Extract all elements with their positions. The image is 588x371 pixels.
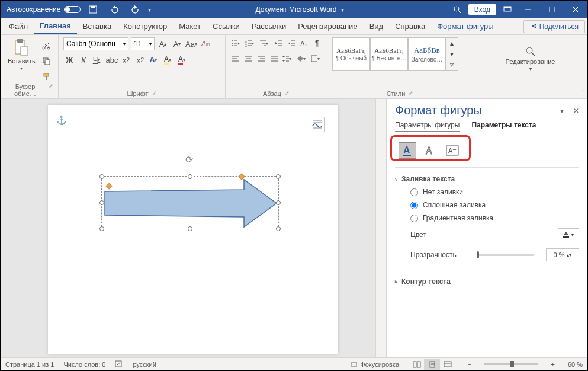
pane-tab-shape-options[interactable]: Параметры фигуры bbox=[395, 121, 460, 132]
subscript-button[interactable]: x2 bbox=[120, 54, 132, 66]
arrow-shape[interactable]: ⟳ bbox=[101, 176, 279, 229]
resize-se[interactable] bbox=[276, 226, 281, 231]
search-icon[interactable] bbox=[448, 1, 466, 18]
align-center-icon[interactable] bbox=[243, 53, 254, 65]
bullets-icon[interactable]: ▾ bbox=[230, 37, 242, 49]
autosave-toggle[interactable] bbox=[64, 6, 81, 13]
layout-options-icon[interactable] bbox=[310, 117, 325, 132]
change-case-icon[interactable]: Aa▾ bbox=[185, 38, 197, 50]
pane-menu-icon[interactable]: ▾ bbox=[560, 107, 564, 115]
text-effects-pane-icon[interactable]: A bbox=[421, 142, 439, 159]
view-web-icon[interactable] bbox=[439, 359, 455, 370]
focus-mode[interactable]: Фокусировка bbox=[351, 361, 399, 368]
highlight-icon[interactable]: A▾ bbox=[163, 54, 175, 66]
transparency-slider[interactable] bbox=[477, 254, 534, 256]
view-read-icon[interactable] bbox=[409, 359, 424, 370]
transparency-spin[interactable]: 0 %▴▾ bbox=[546, 248, 579, 261]
cut-icon[interactable] bbox=[40, 40, 52, 52]
vertical-scrollbar[interactable] bbox=[375, 99, 386, 357]
style-normal[interactable]: АаБбВвГг,¶ Обычный bbox=[332, 37, 370, 71]
numbering-icon[interactable]: 123▾ bbox=[245, 37, 256, 49]
style-heading1[interactable]: АаБбВвЗаголово… bbox=[408, 37, 446, 71]
login-button[interactable]: Вход bbox=[468, 4, 496, 15]
tab-mailings[interactable]: Рассылки bbox=[246, 20, 292, 33]
tab-review[interactable]: Рецензирование bbox=[292, 20, 363, 33]
minimize-button[interactable] bbox=[516, 1, 540, 18]
copy-icon[interactable] bbox=[40, 55, 52, 67]
radio-no-fill[interactable]: Нет заливки bbox=[410, 188, 579, 196]
tab-home[interactable]: Главная bbox=[34, 19, 77, 34]
resize-s[interactable] bbox=[188, 226, 192, 231]
text-fill-outline-icon[interactable]: A bbox=[399, 142, 416, 159]
editing-button[interactable]: Редактирование ▾ bbox=[478, 37, 583, 80]
section-text-fill[interactable]: ▿Заливка текста bbox=[395, 172, 579, 186]
pane-close-icon[interactable]: ✕ bbox=[573, 107, 579, 115]
redo-icon[interactable] bbox=[127, 1, 144, 18]
shading-icon[interactable]: ▾ bbox=[296, 53, 308, 65]
pane-tab-text-options[interactable]: Параметры текста bbox=[471, 121, 536, 132]
color-picker[interactable]: ▾ bbox=[558, 228, 579, 241]
paste-button[interactable]: Вставить ▾ bbox=[5, 37, 38, 72]
ribbon-display-icon[interactable] bbox=[499, 1, 516, 18]
document-area[interactable]: ⚓ ⟳ bbox=[1, 99, 375, 357]
strike-button[interactable]: abc bbox=[106, 54, 118, 66]
font-name-combo[interactable]: Calibri (Основн▾ bbox=[63, 37, 128, 50]
share-button[interactable]: Поделиться bbox=[523, 20, 585, 33]
tab-references[interactable]: Ссылки bbox=[207, 20, 246, 33]
status-spellcheck-icon[interactable] bbox=[115, 360, 123, 369]
indent-inc-icon[interactable] bbox=[286, 37, 297, 49]
zoom-value[interactable]: 60 % bbox=[568, 361, 583, 368]
maximize-button[interactable] bbox=[540, 1, 564, 18]
close-button[interactable] bbox=[564, 1, 587, 18]
styles-scroll-down[interactable]: ▾ bbox=[446, 49, 458, 59]
resize-nw[interactable] bbox=[99, 174, 104, 179]
zoom-slider[interactable] bbox=[484, 363, 538, 365]
font-color-icon[interactable]: A▾ bbox=[177, 54, 189, 66]
tab-view[interactable]: Вид bbox=[364, 20, 390, 33]
shrink-font-icon[interactable]: A▾ bbox=[171, 38, 183, 50]
zoom-out-icon[interactable]: − bbox=[464, 361, 475, 368]
tab-layout[interactable]: Макет bbox=[173, 20, 207, 33]
styles-expand[interactable]: ▿ bbox=[446, 59, 458, 70]
resize-ne[interactable] bbox=[276, 174, 281, 179]
tab-help[interactable]: Справка bbox=[389, 20, 431, 33]
status-words[interactable]: Число слов: 0 bbox=[63, 361, 105, 368]
textbox-icon[interactable]: A≡ bbox=[444, 142, 461, 159]
indent-dec-icon[interactable] bbox=[273, 37, 284, 49]
view-print-icon[interactable] bbox=[424, 359, 439, 370]
font-size-combo[interactable]: 11▾ bbox=[131, 37, 155, 50]
save-icon[interactable] bbox=[84, 1, 102, 18]
resize-sw[interactable] bbox=[99, 226, 104, 231]
format-painter-icon[interactable] bbox=[40, 71, 52, 82]
status-language[interactable]: русский bbox=[133, 361, 156, 368]
clear-format-icon[interactable]: A⎚ bbox=[200, 38, 211, 50]
align-left-icon[interactable] bbox=[230, 53, 241, 65]
superscript-button[interactable]: x2 bbox=[134, 54, 146, 66]
tab-file[interactable]: Файл bbox=[3, 20, 34, 33]
borders-icon[interactable]: ▾ bbox=[310, 53, 322, 65]
radio-solid-fill[interactable]: Сплошная заливка bbox=[410, 201, 579, 209]
align-right-icon[interactable] bbox=[256, 53, 267, 65]
multilevel-icon[interactable]: ▾ bbox=[259, 37, 271, 49]
tab-design[interactable]: Конструктор bbox=[117, 20, 173, 33]
undo-icon[interactable] bbox=[105, 1, 123, 18]
sort-icon[interactable]: A↓ bbox=[299, 37, 310, 49]
status-page[interactable]: Страница 1 из 1 bbox=[5, 361, 54, 368]
tab-insert[interactable]: Вставка bbox=[77, 20, 117, 33]
resize-w[interactable] bbox=[99, 200, 104, 205]
text-effects-icon[interactable]: A▾ bbox=[149, 54, 160, 66]
underline-button[interactable]: Ч▾ bbox=[92, 54, 104, 66]
line-spacing-icon[interactable]: ▾ bbox=[282, 53, 294, 65]
tab-shape-format[interactable]: Формат фигуры bbox=[431, 20, 499, 33]
bold-button[interactable]: Ж bbox=[63, 54, 75, 66]
resize-n[interactable] bbox=[188, 174, 192, 179]
grow-font-icon[interactable]: A▴ bbox=[157, 38, 169, 50]
rotate-handle[interactable]: ⟳ bbox=[185, 154, 193, 165]
style-no-spacing[interactable]: АаБбВвГг,¶ Без инте… bbox=[370, 37, 408, 71]
styles-scroll-up[interactable]: ▴ bbox=[446, 38, 458, 49]
zoom-in-icon[interactable]: + bbox=[547, 361, 558, 368]
section-text-outline[interactable]: ▹Контур текста bbox=[395, 275, 579, 288]
show-marks-icon[interactable]: ¶ bbox=[311, 37, 322, 49]
resize-e[interactable] bbox=[276, 200, 281, 205]
justify-icon[interactable] bbox=[269, 53, 279, 65]
